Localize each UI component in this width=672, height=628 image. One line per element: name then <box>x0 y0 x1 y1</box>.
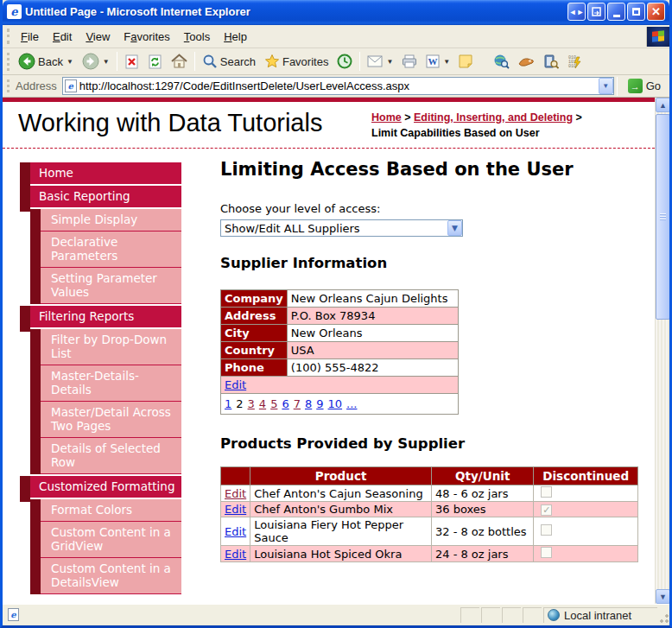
mail-dropdown-icon[interactable]: ▼ <box>386 58 393 66</box>
mail-icon <box>367 55 383 67</box>
home-button[interactable] <box>167 52 192 71</box>
sidebar-item-details-of-selected-row[interactable]: Details of Selected Row <box>41 438 181 474</box>
sidebar-item-label: Customized Formatting <box>30 476 181 498</box>
sidebar-item-filter-by-drop-down-list[interactable]: Filter by Drop-Down List <box>41 329 181 365</box>
discontinued-checkbox[interactable] <box>541 486 552 498</box>
pager-page-link[interactable]: 6 <box>282 397 288 410</box>
menubar-grip[interactable] <box>7 29 11 44</box>
discontinued-checkbox[interactable] <box>541 524 552 536</box>
sidebar-subitems: Filter by Drop-Down ListMaster-Details-D… <box>30 329 181 474</box>
discontinued-checkbox[interactable]: ✓ <box>541 504 552 516</box>
pager-page-link[interactable]: 7 <box>294 397 301 410</box>
discontinued-checkbox[interactable] <box>541 547 552 558</box>
sidebar-item-format-colors[interactable]: Format Colors <box>41 499 181 522</box>
product-edit-link[interactable]: Edit <box>225 548 246 561</box>
svg-text:W: W <box>428 56 438 67</box>
pager-page-link[interactable]: 1 <box>225 397 231 410</box>
forward-button[interactable]: ▼ <box>78 51 114 72</box>
edit-dropdown-icon[interactable]: ▼ <box>443 58 450 66</box>
web-components-button[interactable]: 010101010 <box>563 53 586 71</box>
column-header-qty-unit: Qty/Unit <box>431 467 533 485</box>
breadcrumb-link-section[interactable]: Editing, Inserting, and Deleting <box>414 111 573 124</box>
favorites-button[interactable]: Favorites <box>260 52 333 71</box>
sidebar-item-setting-parameter-values[interactable]: Setting Parameter Values <box>41 268 181 304</box>
product-edit-link[interactable]: Edit <box>225 525 246 538</box>
product-qty: 48 - 6 oz jars <box>431 485 533 502</box>
pager-page-link[interactable]: 4 <box>259 397 266 410</box>
products-table: ProductQty/UnitDiscontinued EditChef Ant… <box>220 466 638 562</box>
edit-with-word-button[interactable]: W ▼ <box>422 53 454 70</box>
status-bar: e Local intranet <box>3 604 669 625</box>
resize-grip[interactable] <box>657 605 669 625</box>
book-search-button[interactable] <box>539 53 563 71</box>
status-segment <box>460 607 479 623</box>
sidebar-item-declarative-parameters[interactable]: Declarative Parameters <box>41 232 181 268</box>
toolbar-grip[interactable] <box>7 53 11 71</box>
menu-file[interactable]: File <box>14 28 46 46</box>
access-level-label: Choose your level of access: <box>220 202 649 215</box>
print-button[interactable] <box>397 53 422 70</box>
minimize-button[interactable] <box>607 3 625 21</box>
book-search-icon <box>543 54 559 69</box>
menu-help[interactable]: Help <box>217 28 254 46</box>
search-label: Search <box>220 55 256 68</box>
mail-button[interactable]: ▼ <box>363 54 397 69</box>
access-level-select[interactable]: Show/Edit ALL Suppliers ▼ <box>220 219 463 237</box>
address-input[interactable]: e http://localhost:1297/Code/EditInsertD… <box>62 77 614 95</box>
nav-arrows-button[interactable]: ◄► <box>567 3 586 21</box>
research-button[interactable] <box>514 54 539 69</box>
sidebar-item-custom-content-in-a-detailsview[interactable]: Custom Content in a DetailsView <box>41 558 181 594</box>
back-button[interactable]: Back ▼ <box>14 51 78 72</box>
pager-page-link[interactable]: 10 <box>328 397 343 410</box>
standard-toolbar: Back ▼ ▼ <box>3 48 669 75</box>
stop-button[interactable] <box>120 53 143 71</box>
sidebar-item-master-details-details[interactable]: Master-Details-Details <box>41 365 181 402</box>
popout-button[interactable] <box>587 3 605 21</box>
search-button[interactable]: Search <box>198 52 260 71</box>
product-edit-link[interactable]: Edit <box>225 503 246 516</box>
page-status-icon: e <box>8 608 19 621</box>
pager-page-link[interactable]: ... <box>346 397 357 410</box>
binary-grid-icon: 010101010 <box>567 54 582 69</box>
sidebar-tab-marker <box>20 186 30 212</box>
menu-tools[interactable]: Tools <box>177 28 217 46</box>
pager-page-link[interactable]: 5 <box>270 397 277 410</box>
menu-edit[interactable]: Edit <box>46 28 79 46</box>
history-button[interactable] <box>333 52 357 71</box>
globe-search-button[interactable] <box>489 52 514 71</box>
chevron-down-icon[interactable]: ▼ <box>447 220 462 236</box>
discuss-button[interactable] <box>454 53 477 70</box>
scrollbar-thumb[interactable] <box>656 114 670 320</box>
pager-page-link[interactable]: 3 <box>248 397 255 410</box>
hand-tool-icon <box>518 55 535 67</box>
refresh-button[interactable] <box>143 53 167 71</box>
addressbar-grip[interactable] <box>7 79 11 92</box>
menu-favorites[interactable]: Favorites <box>117 28 176 46</box>
sidebar-item-simple-display[interactable]: Simple Display <box>41 209 181 232</box>
sidebar-item-home[interactable]: Home <box>20 162 181 184</box>
forward-dropdown-icon[interactable]: ▼ <box>103 58 110 66</box>
go-label: Go <box>646 79 661 92</box>
sidebar-item-customized-formatting[interactable]: Customized Formatting <box>20 476 181 498</box>
sidebar-item-basic-reporting[interactable]: Basic Reporting <box>20 186 181 207</box>
supplier-edit-link[interactable]: Edit <box>225 378 246 391</box>
product-edit-link[interactable]: Edit <box>225 487 246 500</box>
sidebar-section: Basic ReportingSimple DisplayDeclarative… <box>20 186 181 304</box>
sidebar-item-filtering-reports[interactable]: Filtering Reports <box>20 306 181 327</box>
close-button[interactable]: ✕ <box>647 3 665 21</box>
sidebar-item-custom-content-in-a-gridview[interactable]: Custom Content in a GridView <box>41 522 181 558</box>
intranet-globe-icon <box>548 609 560 621</box>
breadcrumb-link-home[interactable]: Home <box>371 111 402 124</box>
sidebar-item-master-detail-across-two-pages[interactable]: Master/Detail Across Two Pages <box>41 402 181 438</box>
menu-view[interactable]: View <box>79 28 117 46</box>
page-header: Working with Data Tutorials Home > Editi… <box>3 102 655 149</box>
scroll-down-button[interactable]: ▼ <box>656 589 670 604</box>
pager-page-link[interactable]: 8 <box>305 397 312 410</box>
address-dropdown-button[interactable]: ▼ <box>599 78 613 94</box>
vertical-scrollbar[interactable]: ▲ ▼ <box>655 98 669 604</box>
back-dropdown-icon[interactable]: ▼ <box>67 58 73 66</box>
pager-page-link[interactable]: 9 <box>316 397 323 410</box>
scroll-up-button[interactable]: ▲ <box>656 98 670 112</box>
go-button[interactable]: → Go <box>625 78 666 94</box>
maximize-button[interactable] <box>627 3 645 21</box>
